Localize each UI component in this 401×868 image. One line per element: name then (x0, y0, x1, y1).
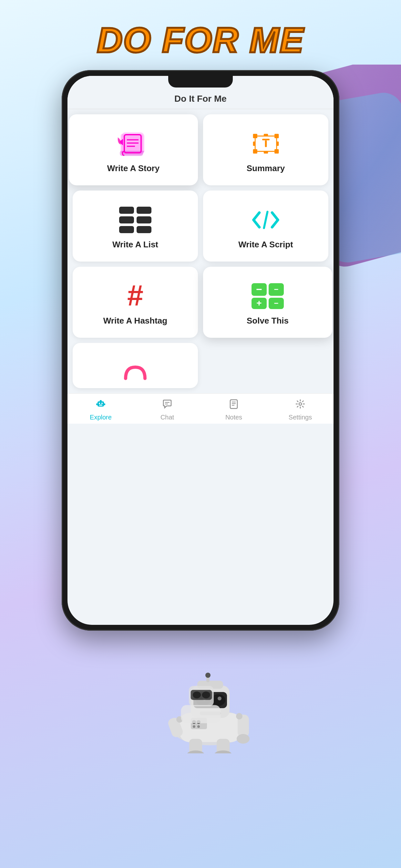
explore-label: Explore (90, 414, 112, 421)
chat-label: Chat (160, 414, 174, 421)
svg-rect-20 (99, 403, 100, 404)
svg-rect-22 (99, 405, 102, 406)
card-write-hashtag[interactable]: # Write A Hashtag (73, 267, 198, 338)
summary-icon (248, 129, 283, 158)
placeholder-right (203, 343, 328, 388)
story-label: Write A Story (107, 163, 159, 174)
svg-rect-16 (262, 138, 270, 140)
svg-line-18 (264, 212, 268, 228)
svg-point-58 (236, 713, 243, 719)
svg-rect-23 (100, 400, 102, 402)
svg-point-38 (193, 725, 195, 728)
svg-point-32 (299, 403, 302, 405)
settings-icon (295, 399, 305, 412)
svg-rect-6 (253, 149, 257, 153)
svg-point-61 (193, 692, 201, 699)
svg-rect-24 (96, 403, 97, 405)
notes-icon (228, 399, 239, 412)
card-write-list[interactable]: Write A List (73, 190, 198, 261)
svg-rect-17 (265, 140, 267, 147)
summary-label: Summary (247, 163, 285, 174)
svg-rect-19 (97, 401, 104, 407)
script-label: Write A Script (238, 240, 293, 250)
partial-card[interactable] (73, 343, 198, 388)
svg-point-46 (205, 673, 211, 678)
svg-point-41 (237, 734, 250, 744)
solve-icon: − − + − (250, 282, 285, 311)
svg-rect-28 (230, 400, 237, 408)
chat-icon (162, 399, 173, 412)
list-icon (118, 206, 153, 235)
svg-rect-21 (101, 403, 103, 404)
card-solve-this[interactable]: − − + − Solve This (203, 267, 332, 338)
hashtag-icon: # (118, 282, 153, 311)
notes-label: Notes (225, 414, 242, 421)
phone-notch (168, 76, 233, 88)
bottom-navigation: Explore Chat (67, 393, 334, 424)
svg-point-51 (218, 696, 221, 701)
nav-explore[interactable]: Explore (67, 399, 134, 421)
story-icon (116, 129, 151, 158)
svg-rect-7 (274, 149, 279, 153)
app-title: Do For Me (0, 0, 401, 70)
robot-svg (120, 644, 281, 753)
hashtag-label: Write A Hashtag (103, 316, 167, 326)
partial-icon (122, 359, 148, 382)
nav-chat[interactable]: Chat (134, 399, 201, 421)
script-icon (248, 206, 283, 235)
explore-icon (96, 399, 106, 412)
list-label: Write A List (112, 240, 158, 250)
settings-label: Settings (289, 414, 312, 421)
svg-point-39 (197, 725, 200, 728)
svg-rect-25 (104, 403, 105, 405)
cards-grid: Write A Story (67, 109, 334, 343)
phone-screen: Do It For Me (67, 76, 334, 625)
nav-notes[interactable]: Notes (201, 399, 267, 421)
card-write-story[interactable]: Write A Story (69, 114, 198, 185)
robot-decoration (0, 631, 401, 753)
svg-rect-4 (253, 134, 257, 138)
nav-settings[interactable]: Settings (267, 399, 334, 421)
svg-rect-5 (274, 134, 279, 138)
card-summary[interactable]: Summary (203, 114, 328, 185)
svg-rect-63 (181, 705, 221, 723)
solve-label: Solve This (247, 316, 289, 326)
svg-point-62 (202, 692, 210, 699)
card-write-script[interactable]: Write A Script (203, 190, 328, 261)
phone-frame: Do It For Me (62, 70, 339, 631)
